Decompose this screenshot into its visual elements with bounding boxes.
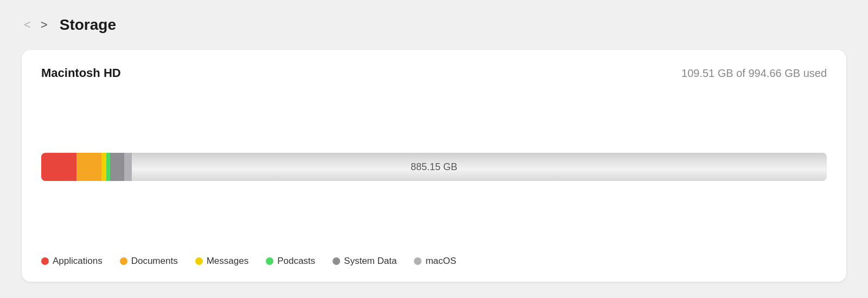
storage-bar: 885.15 GB	[41, 153, 827, 181]
legend-item-applications: Applications	[41, 256, 103, 267]
legend-label-podcasts: Podcasts	[277, 256, 315, 267]
legend-label-system_data: System Data	[344, 256, 397, 267]
legend-dot-podcasts	[266, 257, 273, 265]
legend-label-applications: Applications	[53, 256, 103, 267]
legend-dot-applications	[41, 257, 49, 265]
legend-item-documents: Documents	[120, 256, 178, 267]
disk-usage: 109.51 GB of 994.66 GB used	[681, 67, 827, 80]
legend-label-messages: Messages	[207, 256, 248, 267]
legend-dot-messages	[195, 257, 203, 265]
card-header: Macintosh HD 109.51 GB of 994.66 GB used	[41, 66, 827, 80]
legend-item-system_data: System Data	[333, 256, 397, 267]
legend-dot-system_data	[333, 257, 340, 265]
legend-item-macos: macOS	[414, 256, 456, 267]
back-button[interactable]: <	[22, 19, 33, 31]
page-header: < > Storage	[22, 16, 846, 34]
legend-dot-macos	[414, 257, 422, 265]
free-space-label: 885.15 GB	[411, 161, 457, 173]
storage-legend: ApplicationsDocumentsMessagesPodcastsSys…	[41, 256, 827, 267]
bar-segment-messages	[101, 153, 106, 181]
forward-button[interactable]: >	[39, 19, 50, 31]
legend-label-macos: macOS	[425, 256, 456, 267]
bar-segment-applications	[41, 153, 76, 181]
disk-name: Macintosh HD	[41, 66, 121, 80]
legend-item-podcasts: Podcasts	[266, 256, 315, 267]
legend-item-messages: Messages	[195, 256, 248, 267]
page-title: Storage	[60, 16, 116, 34]
storage-card: Macintosh HD 109.51 GB of 994.66 GB used…	[22, 50, 846, 282]
bar-segment-system_data	[110, 153, 124, 181]
legend-label-documents: Documents	[131, 256, 178, 267]
legend-dot-documents	[120, 257, 127, 265]
bar-segment-macos	[124, 153, 131, 181]
bar-segment-podcasts	[106, 153, 110, 181]
bar-segment-documents	[76, 153, 101, 181]
